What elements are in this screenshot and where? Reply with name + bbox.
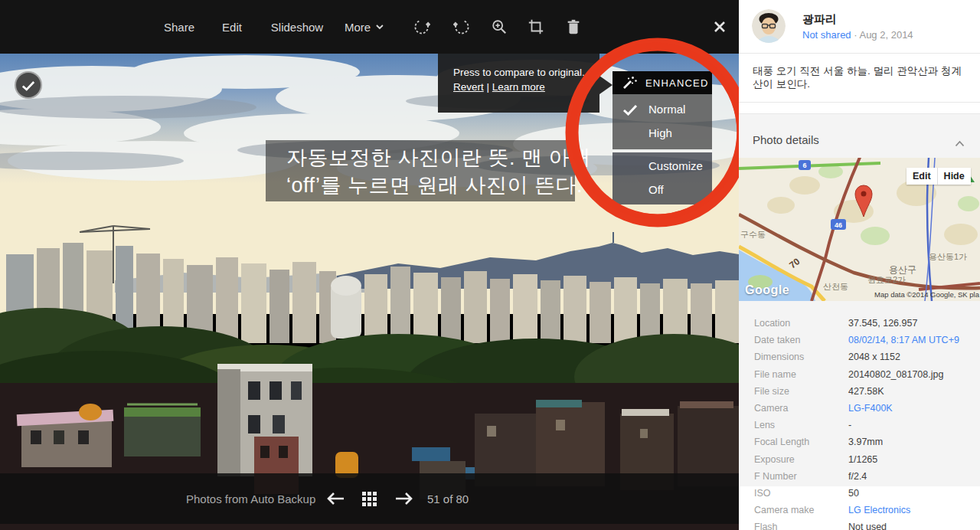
rotate-right-icon[interactable] xyxy=(451,16,472,38)
chevron-up-icon[interactable] xyxy=(955,136,965,150)
svg-text:6: 6 xyxy=(802,162,806,169)
next-photo-arrow-icon[interactable] xyxy=(394,489,414,509)
enhance-options-group: Normal High xyxy=(612,94,712,149)
grid-view-icon[interactable] xyxy=(359,489,379,509)
option-label: Normal xyxy=(648,103,685,116)
location-map[interactable]: 6 46 70 구수동 산천동 원효로2가 용산구 용산동1가 xyxy=(739,158,980,301)
exif-table: Location37.545, 126.957 Date taken08/02/… xyxy=(739,315,980,530)
camera-link[interactable]: LG-F400K xyxy=(848,403,893,414)
route-shield-6: 6 xyxy=(799,160,811,170)
annotation-line2: ‘off’를 누르면 원래 사진이 뜬다. xyxy=(286,172,575,199)
revert-link[interactable]: Revert xyxy=(453,81,484,93)
map-label-gusu: 구수동 xyxy=(740,230,766,239)
map-buttons: Edit Hide xyxy=(906,168,971,185)
google-logo: Google xyxy=(745,283,789,297)
compare-tooltip: Press to compare to original. Revert | L… xyxy=(438,54,599,113)
option-label: Off xyxy=(648,183,664,196)
photo-details-section: Photo details xyxy=(739,114,980,486)
enhance-option-customize[interactable]: Customize xyxy=(612,154,712,178)
photo-details-title: Photo details xyxy=(753,133,819,146)
photo-date: Aug 2, 2014 xyxy=(859,29,913,41)
table-row: ISO50 xyxy=(739,485,980,502)
enhanced-label: ENHANCED xyxy=(645,77,709,89)
avatar[interactable] xyxy=(752,9,786,43)
photo-viewer-stage: Share Edit Slideshow More Press to com xyxy=(0,0,739,530)
edit-button[interactable]: Edit xyxy=(222,0,242,54)
dot-separator: · xyxy=(854,29,857,41)
link-separator: | xyxy=(487,81,490,93)
map-hide-button[interactable]: Hide xyxy=(937,168,971,185)
enhance-option-normal[interactable]: Normal xyxy=(612,97,712,121)
annotation-overlay: 자동보정한 사진이란 뜻. 맨 아래 ‘off’를 누르면 원래 사진이 뜬다. xyxy=(266,140,575,201)
option-label: Customize xyxy=(648,159,703,172)
more-menu-button[interactable]: More xyxy=(345,0,384,54)
photo-details-header: Photo details xyxy=(739,114,980,158)
trash-icon[interactable] xyxy=(563,16,584,38)
rotate-left-icon[interactable] xyxy=(411,16,433,38)
map-label-yongsandong: 용산동1가 xyxy=(929,252,967,261)
table-row: F Numberf/2.4 xyxy=(739,468,980,485)
map-edit-button[interactable]: Edit xyxy=(906,168,937,185)
tooltip-arrow xyxy=(599,76,612,94)
enhanced-menu-header[interactable]: ENHANCED xyxy=(612,71,712,94)
option-label: High xyxy=(648,126,672,139)
user-header: 광파리 Not shared · Aug 2, 2014 xyxy=(739,0,980,54)
magic-wand-icon xyxy=(622,75,637,90)
table-row: FlashNot used xyxy=(739,519,980,530)
table-row: Focal Length3.97mm xyxy=(739,433,980,450)
table-row: Lens- xyxy=(739,417,980,433)
check-icon xyxy=(622,103,638,116)
enhance-option-off[interactable]: Off xyxy=(612,178,712,201)
user-name[interactable]: 광파리 xyxy=(802,12,837,27)
table-row: Location37.545, 126.957 xyxy=(739,315,980,332)
map-label-wonhyo: 원효로2가 xyxy=(867,275,906,284)
table-row: File name20140802_081708.jpg xyxy=(739,366,980,383)
toolbar: Share Edit Slideshow More xyxy=(0,0,739,54)
details-sidebar: 광파리 Not shared · Aug 2, 2014 태풍 오기 직전 서울… xyxy=(739,0,980,530)
table-row: Date taken08/02/14, 8:17 AM UTC+9 xyxy=(739,332,980,348)
chevron-down-icon xyxy=(375,24,384,30)
photo-selected-check-icon[interactable] xyxy=(15,71,42,99)
table-row: File size427.58K xyxy=(739,383,980,400)
photo-caption: 태풍 오기 직전 서울 하늘. 멀리 관악산과 청계산이 보인다. xyxy=(739,54,980,103)
slideshow-button[interactable]: Slideshow xyxy=(271,0,323,54)
share-status-line: Not shared · Aug 2, 2014 xyxy=(802,29,913,41)
date-taken-link[interactable]: 08/02/14, 8:17 AM UTC+9 xyxy=(848,335,959,345)
more-label: More xyxy=(345,21,371,34)
album-title: Photos from Auto Backup xyxy=(186,492,315,505)
annotation-line1: 자동보정한 사진이란 뜻. 맨 아래 xyxy=(286,144,575,172)
section-spacer xyxy=(739,103,980,114)
enhance-options-group2: Customize Off xyxy=(612,152,712,204)
svg-text:46: 46 xyxy=(835,221,842,229)
camera-make-link[interactable]: LG Electronics xyxy=(848,505,910,515)
learn-more-link[interactable]: Learn more xyxy=(492,81,545,93)
tooltip-message: Press to compare to original. xyxy=(453,67,599,78)
map-label-sancheon: 산천동 xyxy=(823,282,848,291)
table-row: Exposure1/1265 xyxy=(739,451,980,468)
share-status-link[interactable]: Not shared xyxy=(802,29,851,41)
map-label-yongsangu: 용산구 xyxy=(889,264,916,275)
table-row: Camera makeLG Electronics xyxy=(739,502,980,519)
zoom-icon[interactable] xyxy=(488,16,510,38)
route-shield-46: 46 xyxy=(831,219,846,230)
bottom-bar: Photos from Auto Backup 51 of 80 xyxy=(0,473,739,524)
previous-photo-arrow-icon[interactable] xyxy=(325,489,345,509)
close-icon[interactable] xyxy=(709,16,730,38)
photo-position-counter: 51 of 80 xyxy=(427,492,469,505)
share-button[interactable]: Share xyxy=(164,0,194,54)
table-row: Dimensions2048 x 1152 xyxy=(739,348,980,365)
auto-enhance-menu: ENHANCED Normal High Customize Off xyxy=(612,71,712,204)
map-attribution: Map data ©2014 Google, SK pla xyxy=(874,290,979,299)
enhance-option-high[interactable]: High xyxy=(612,121,712,145)
crop-icon[interactable] xyxy=(525,16,547,38)
table-row: CameraLG-F400K xyxy=(739,400,980,417)
